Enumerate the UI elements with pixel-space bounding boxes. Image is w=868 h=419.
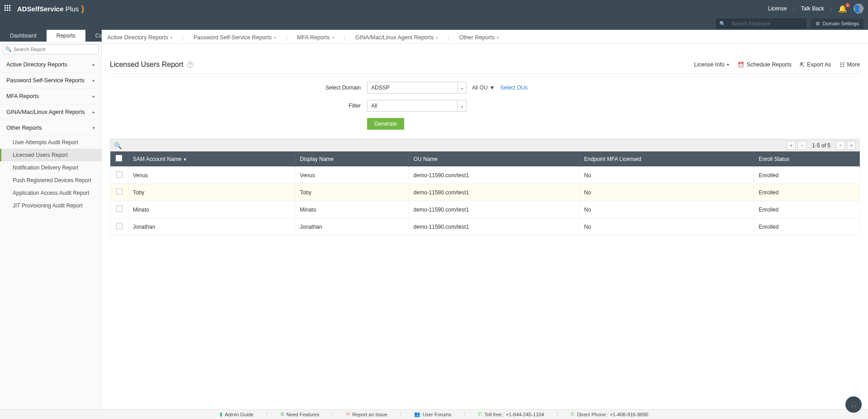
- logo-arc-icon: ): [81, 4, 84, 13]
- more-button[interactable]: ☷More: [840, 61, 860, 68]
- subnav-ad-reports[interactable]: Active Directory Reports▾: [107, 34, 172, 41]
- search-employee-input[interactable]: [729, 21, 806, 26]
- page-last-button[interactable]: »: [847, 141, 856, 150]
- book-icon: ▮: [220, 411, 222, 417]
- col-enroll-status[interactable]: Enroll Status: [754, 151, 860, 167]
- chevron-down-icon[interactable]: ⌄: [458, 82, 467, 94]
- sidebar-item-push-registered[interactable]: Push Registered Devices Report: [0, 174, 101, 187]
- row-checkbox[interactable]: [116, 171, 123, 178]
- export-as-button[interactable]: ⇱Export As: [800, 61, 831, 68]
- page-next-button[interactable]: ›: [836, 141, 845, 150]
- cell-ou-name: demo-11590.com/test1: [409, 201, 579, 218]
- license-info-button[interactable]: License Info▾: [694, 61, 729, 68]
- select-domain-label: Select Domain: [110, 85, 361, 91]
- sidebar-item-user-attempts[interactable]: User Attempts Audit Report: [0, 136, 101, 149]
- license-link[interactable]: License: [768, 5, 787, 12]
- apps-grid-icon[interactable]: [5, 5, 12, 12]
- bell-icon[interactable]: 🔔1: [838, 5, 847, 13]
- footer-toll-free: ✆Toll free : +1-844-245-1104: [478, 411, 544, 417]
- col-ou-name[interactable]: OU Name: [409, 151, 579, 167]
- sidebar-search-input[interactable]: [12, 47, 96, 52]
- col-endpoint-mfa[interactable]: Endpoint MFA Licensed: [579, 151, 754, 167]
- sidebar-cat-gina[interactable]: GINA/Mac/Linux Agent Reports▸: [0, 104, 101, 120]
- table-search-icon[interactable]: 🔍: [114, 142, 122, 149]
- generate-button[interactable]: Generate: [367, 118, 404, 130]
- cell-endpoint-mfa: No: [579, 201, 754, 218]
- user-avatar[interactable]: 👤▾: [854, 4, 863, 14]
- filter-icon[interactable]: ▼: [490, 85, 495, 91]
- col-sam[interactable]: SAM Account Name ▼: [128, 151, 295, 167]
- subnav-other-reports[interactable]: Other Reports▾: [459, 34, 499, 41]
- chevron-down-icon: ▾: [332, 36, 334, 40]
- cell-sam: Toby: [128, 184, 295, 201]
- subnav-mfa-reports[interactable]: MFA Reports▾: [297, 34, 334, 41]
- users-icon: 👥: [414, 411, 420, 417]
- cell-enroll-status: Enrolled: [754, 218, 860, 235]
- page-title: Licensed Users Report: [110, 61, 184, 69]
- chevron-down-icon: ▾: [93, 126, 95, 130]
- footer-need-features[interactable]: ✿Need Features: [280, 411, 320, 417]
- cell-display-name: Jonathan: [295, 218, 409, 235]
- table-row[interactable]: JonathanJonathandemo-11590.com/test1NoEn…: [110, 218, 860, 235]
- sidebar-item-licensed-users[interactable]: Licensed Users Report: [0, 149, 101, 161]
- chevron-down-icon: ▾: [170, 36, 172, 40]
- footer-user-forums[interactable]: 👥User Forums: [414, 411, 452, 417]
- cell-display-name: Minato: [295, 201, 409, 218]
- sidebar-cat-ad[interactable]: Active Directory Reports▸: [0, 57, 101, 73]
- cell-display-name: Toby: [295, 184, 409, 201]
- product-name-a: ADSelfService: [17, 5, 64, 13]
- chat-bubble-button[interactable]: 🎧: [845, 396, 862, 413]
- cell-endpoint-mfa: No: [579, 184, 754, 201]
- page-prev-button[interactable]: ‹: [797, 141, 807, 150]
- help-icon[interactable]: ?: [187, 61, 193, 68]
- report-subnav: Active Directory Reports▾ | Password Sel…: [102, 30, 868, 44]
- divider: |: [830, 5, 832, 12]
- footer-admin-guide[interactable]: ▮Admin Guide: [220, 411, 254, 417]
- sidebar-cat-pss[interactable]: Password Self-Service Reports▸: [0, 73, 101, 89]
- sidebar-search[interactable]: 🔍: [3, 44, 99, 54]
- select-domain-dropdown[interactable]: ADSSP: [367, 82, 458, 94]
- chevron-down-icon: ▾: [436, 36, 438, 40]
- phone-icon: ✆: [571, 411, 575, 417]
- col-display-name[interactable]: Display Name: [295, 151, 409, 167]
- more-icon: ☷: [840, 61, 845, 68]
- headset-icon: 🎧: [850, 401, 857, 408]
- subnav-gina-reports[interactable]: GINA/Mac/Linux Agent Reports▾: [355, 34, 438, 41]
- domain-settings-label: Domain Settings: [822, 21, 859, 26]
- arrow-right-icon: ▸: [93, 62, 95, 67]
- table-row[interactable]: VenusVenusdemo-11590.com/test1NoEnrolled: [110, 167, 860, 184]
- sidebar-item-jit-provisioning[interactable]: JIT Provisioning Audit Report: [0, 199, 101, 212]
- row-checkbox[interactable]: [116, 223, 123, 229]
- tab-reports[interactable]: Reports: [47, 30, 85, 42]
- row-checkbox[interactable]: [116, 206, 123, 212]
- cell-endpoint-mfa: No: [579, 167, 754, 184]
- cell-sam: Minato: [128, 201, 295, 218]
- chevron-down-icon[interactable]: ⌄: [458, 100, 467, 112]
- footer-report-issue[interactable]: ✉Report an Issue: [346, 411, 387, 417]
- table-row[interactable]: MinatoMinatodemo-11590.com/test1NoEnroll…: [110, 201, 860, 218]
- product-logo: ADSelfService Plus ): [17, 4, 84, 14]
- cell-sam: Venus: [128, 167, 295, 184]
- sidebar-item-notification-delivery[interactable]: Notification Delivery Report: [0, 161, 101, 174]
- filter-label: Filter: [110, 103, 361, 109]
- sidebar-item-app-access-audit[interactable]: Application Access Audit Report: [0, 187, 101, 199]
- page-range: 1-5 of 5: [808, 142, 834, 149]
- arrow-right-icon: ▸: [93, 94, 95, 99]
- product-name-b: Plus: [66, 5, 79, 13]
- sidebar-cat-other[interactable]: Other Reports▾: [0, 120, 101, 136]
- talkback-link[interactable]: Talk Back: [801, 5, 824, 12]
- select-all-checkbox[interactable]: [116, 155, 122, 161]
- search-employee[interactable]: 🔍: [716, 19, 807, 28]
- tab-dashboard[interactable]: Dashboard: [0, 30, 47, 42]
- clock-icon: ⏰: [737, 61, 745, 68]
- domain-settings-button[interactable]: ⚙ Domain Settings: [811, 19, 863, 28]
- page-first-button[interactable]: «: [787, 141, 796, 150]
- select-ous-link[interactable]: Select OUs: [500, 85, 528, 91]
- schedule-reports-button[interactable]: ⏰Schedule Reports: [737, 61, 792, 68]
- export-icon: ⇱: [800, 61, 805, 68]
- row-checkbox[interactable]: [116, 188, 123, 195]
- table-row[interactable]: TobyTobydemo-11590.com/test1NoEnrolled: [110, 184, 860, 201]
- subnav-pss-reports[interactable]: Password Self-Service Reports▾: [193, 34, 276, 41]
- sidebar-cat-mfa[interactable]: MFA Reports▸: [0, 89, 101, 104]
- filter-dropdown[interactable]: All: [367, 100, 458, 112]
